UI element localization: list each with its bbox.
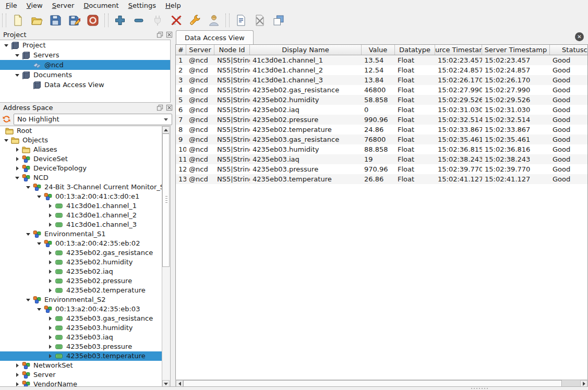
project-tree-item-ncd[interactable]: @ncd bbox=[0, 60, 170, 70]
col-header-num[interactable]: # bbox=[176, 45, 186, 55]
as-item-aliases[interactable]: Aliases bbox=[0, 145, 170, 154]
table-row[interactable]: 11@ncdNS5|String|...4235eb03.iaq19Float1… bbox=[176, 154, 588, 164]
chevron-right-icon[interactable] bbox=[46, 277, 55, 285]
as-item-ncd[interactable]: NCD bbox=[0, 173, 170, 182]
chevron-down-icon[interactable] bbox=[35, 305, 44, 313]
server-settings-button[interactable] bbox=[186, 13, 205, 28]
toolbar-grip[interactable] bbox=[104, 14, 109, 27]
new-document-button[interactable] bbox=[8, 13, 27, 28]
as-item-root[interactable]: Root bbox=[0, 126, 170, 136]
save-button[interactable] bbox=[46, 13, 65, 28]
connect-server-button[interactable] bbox=[148, 13, 167, 28]
as-item-environmental-s1[interactable]: Environmental_S1 bbox=[0, 229, 170, 239]
project-tree-item-documents[interactable]: Documents bbox=[0, 70, 170, 80]
remove-server-button[interactable] bbox=[129, 13, 148, 28]
scrollbar-thumb[interactable] bbox=[162, 133, 170, 267]
as-item-eb02-gas[interactable]: 4235eb02.gas_resistance bbox=[0, 248, 170, 258]
project-tree-item-servers[interactable]: Servers bbox=[0, 50, 170, 60]
chevron-right-icon[interactable] bbox=[46, 202, 55, 210]
chevron-right-icon[interactable] bbox=[46, 324, 55, 332]
chevron-right-icon[interactable] bbox=[46, 249, 55, 257]
remove-document-button[interactable] bbox=[250, 13, 269, 28]
menu-help[interactable]: Help bbox=[162, 1, 185, 10]
as-item-eb03-iaq[interactable]: 4235eb03.iaq bbox=[0, 333, 170, 342]
chevron-right-icon[interactable] bbox=[13, 164, 22, 173]
chevron-down-icon[interactable] bbox=[35, 192, 44, 201]
as-item-eb02-humidity[interactable]: 4235eb02.humidity bbox=[0, 258, 170, 267]
table-row[interactable]: 5@ncdNS5|String|...4235eb02.humidity58.8… bbox=[176, 95, 588, 105]
add-server-button[interactable] bbox=[111, 13, 129, 28]
chevron-down-icon[interactable] bbox=[13, 174, 22, 182]
as-item-networkset[interactable]: NetworkSet bbox=[0, 361, 170, 370]
project-tree-item-data-access-view[interactable]: Data Access View bbox=[0, 80, 170, 90]
col-header-datatype[interactable]: Datatype bbox=[395, 45, 435, 55]
as-item-eb03-humidity[interactable]: 4235eb03.humidity bbox=[0, 323, 170, 333]
chevron-right-icon[interactable] bbox=[13, 155, 22, 163]
as-item-mac-41c3d0e1[interactable]: 00:13:a2:00:41:c3:d0:e1 bbox=[0, 192, 170, 201]
chevron-right-icon[interactable] bbox=[46, 352, 55, 360]
col-header-server-timestamp[interactable]: Server Timestamp bbox=[482, 45, 550, 55]
chevron-down-icon[interactable] bbox=[13, 51, 22, 59]
as-item-eb03-gas[interactable]: 4235eb03.gas_resistance bbox=[0, 314, 170, 323]
chevron-right-icon[interactable] bbox=[46, 314, 55, 323]
scroll-up-button[interactable] bbox=[162, 126, 170, 133]
chevron-down-icon[interactable] bbox=[2, 41, 11, 50]
menu-document[interactable]: Document bbox=[80, 1, 122, 10]
chevron-right-icon[interactable] bbox=[46, 286, 55, 295]
table-row[interactable]: 7@ncdNS5|String|...4235eb02.pressure990.… bbox=[176, 115, 588, 125]
as-item-environmental-s2[interactable]: Environmental_S2 bbox=[0, 295, 170, 304]
as-item-eb03-temperature[interactable]: 4235eb03.temperature bbox=[0, 351, 170, 361]
as-item-current-monitor[interactable]: 24-Bit 3-Channel Current Monitor_S3 bbox=[0, 182, 170, 192]
as-item-server[interactable]: Server bbox=[0, 370, 170, 380]
refresh-icon[interactable] bbox=[2, 115, 11, 124]
chevron-down-icon[interactable] bbox=[13, 71, 22, 79]
as-item-mac-4235eb02[interactable]: 00:13:a2:00:42:35:eb:02 bbox=[0, 239, 170, 248]
as-item-eb02-temperature[interactable]: 4235eb02.temperature bbox=[0, 286, 170, 295]
table-row[interactable]: 13@ncdNS5|String|...4235eb03.temperature… bbox=[176, 174, 588, 184]
add-document-button[interactable] bbox=[232, 13, 250, 28]
table-row[interactable]: 6@ncdNS5|String|...4235eb02.iaq0Float15:… bbox=[176, 105, 588, 115]
address-space-scrollbar[interactable] bbox=[162, 126, 170, 387]
table-row[interactable]: 10@ncdNS5|String|...4235eb03.humidity88.… bbox=[176, 144, 588, 154]
toolbar-grip[interactable] bbox=[225, 14, 230, 27]
col-header-server[interactable]: Server bbox=[186, 45, 214, 55]
col-header-source-timestamp[interactable]: Source Timestamp bbox=[435, 45, 482, 55]
chevron-down-icon[interactable] bbox=[35, 239, 44, 248]
highlight-selector[interactable]: No Highlight bbox=[14, 114, 172, 125]
table-row[interactable]: 8@ncdNS5|String|...4235eb02.temperature2… bbox=[176, 125, 588, 135]
close-document-button[interactable]: ✕ bbox=[575, 32, 584, 41]
chevron-down-icon[interactable] bbox=[24, 183, 33, 191]
as-item-channel-1[interactable]: 41c3d0e1.channel_1 bbox=[0, 201, 170, 211]
chevron-down-icon[interactable] bbox=[24, 296, 33, 304]
chevron-right-icon[interactable] bbox=[46, 221, 55, 229]
chevron-down-icon[interactable] bbox=[24, 230, 33, 238]
chevron-right-icon[interactable] bbox=[46, 333, 55, 342]
menu-file[interactable]: File bbox=[2, 1, 21, 10]
close-panel-button[interactable] bbox=[165, 31, 173, 39]
as-item-eb02-iaq[interactable]: 4235eb02.iaq bbox=[0, 267, 170, 276]
float-panel-button[interactable] bbox=[156, 31, 164, 39]
as-item-channel-3[interactable]: 41c3d0e1.channel_3 bbox=[0, 220, 170, 229]
windows-button[interactable] bbox=[269, 13, 288, 28]
change-user-button[interactable] bbox=[205, 13, 223, 28]
table-row[interactable]: 1@ncdNS5|String|...41c3d0e1.channel_113.… bbox=[176, 55, 588, 65]
chevron-right-icon[interactable] bbox=[46, 267, 55, 276]
close-panel-button[interactable] bbox=[165, 104, 173, 112]
as-item-eb03-pressure[interactable]: 4235eb03.pressure bbox=[0, 342, 170, 351]
as-item-devicetopology[interactable]: DeviceTopology bbox=[0, 164, 170, 173]
col-header-node-id[interactable]: Node Id bbox=[214, 45, 250, 55]
chevron-right-icon[interactable] bbox=[13, 145, 22, 154]
toolbar-grip[interactable] bbox=[2, 14, 6, 27]
chevron-right-icon[interactable] bbox=[13, 371, 22, 379]
menu-server[interactable]: Server bbox=[49, 1, 78, 10]
chevron-right-icon[interactable] bbox=[46, 211, 55, 220]
col-header-display-name[interactable]: Display Name bbox=[250, 45, 362, 55]
save-as-button[interactable] bbox=[65, 13, 83, 28]
col-header-value[interactable]: Value bbox=[362, 45, 395, 55]
float-panel-button[interactable] bbox=[156, 104, 164, 112]
open-document-button[interactable] bbox=[27, 13, 46, 28]
project-tree-item-project[interactable]: Project bbox=[0, 40, 170, 50]
col-header-statuscode[interactable]: Statuscode bbox=[550, 45, 588, 55]
menu-settings[interactable]: Settings bbox=[125, 1, 160, 10]
table-row[interactable]: 3@ncdNS5|String|...41c3d0e1.channel_313.… bbox=[176, 75, 588, 85]
